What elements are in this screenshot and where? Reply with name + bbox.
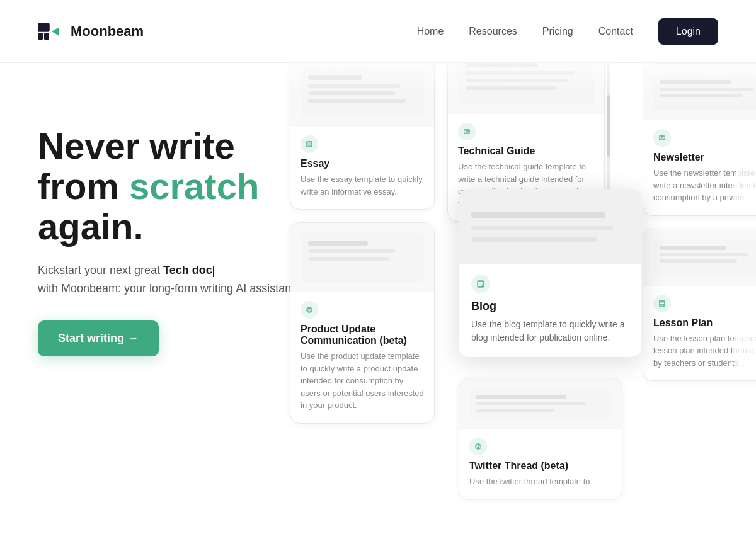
product-icon	[301, 301, 318, 319]
twitter-card-body: Twitter Thread (beta) Use the twitter th…	[459, 429, 622, 499]
blog-card-desc: Use the blog template to quickly write a…	[471, 318, 629, 344]
logo-text: Moonbeam	[71, 23, 144, 40]
svg-rect-1	[38, 33, 43, 40]
twitter-thread-area: Twitter Thread (beta) Use the twitter th…	[459, 378, 622, 513]
essay-card-title: Essay	[301, 158, 424, 169]
hero-section: Never write from scratch again. Kickstar…	[0, 63, 756, 544]
product-card-body: Product Update Communication (beta) Use …	[290, 292, 434, 423]
svg-rect-2	[44, 33, 49, 40]
svg-rect-8	[464, 129, 470, 134]
navbar: Moonbeam Home Resources Pricing Contact …	[0, 0, 756, 63]
newsletter-icon	[653, 129, 671, 147]
newsletter-preview	[643, 64, 756, 120]
nav-pricing[interactable]: Pricing	[542, 26, 573, 37]
product-card-title: Product Update Communication (beta)	[301, 324, 424, 346]
tech-icon	[458, 123, 476, 140]
product-update-card[interactable]: Product Update Communication (beta) Use …	[290, 222, 435, 424]
blog-icon	[471, 275, 490, 293]
nav-home[interactable]: Home	[417, 26, 444, 37]
lesson-card-body: Lesson Plan Use the lesson plan template…	[643, 286, 756, 381]
product-card-preview	[290, 223, 434, 292]
cards-area: Essay Use the essay template to quickly …	[265, 44, 756, 544]
right-cards-col: Newsletter Use the newsletter template t…	[643, 63, 756, 394]
start-writing-button[interactable]: Start writing →	[38, 320, 159, 356]
newsletter-card-title: Newsletter	[653, 152, 756, 163]
lesson-plan-card[interactable]: Lesson Plan Use the lesson plan template…	[643, 229, 756, 382]
lesson-icon	[653, 295, 671, 312]
newsletter-card[interactable]: Newsletter Use the newsletter template t…	[643, 63, 756, 216]
blog-card-body: Blog Use the blog template to quickly wr…	[459, 264, 641, 357]
lesson-preview	[643, 229, 756, 286]
product-card-desc: Use the product update template to quick…	[301, 350, 424, 412]
svg-point-7	[306, 307, 312, 313]
hero-left: Never write from scratch again. Kickstar…	[38, 126, 302, 356]
twitter-card-preview	[459, 378, 622, 429]
hero-title: Never write from scratch again.	[38, 126, 302, 246]
blog-card[interactable]: Blog Use the blog template to quickly wr…	[459, 189, 641, 357]
blog-card-preview	[459, 189, 641, 264]
twitter-thread-card[interactable]: Twitter Thread (beta) Use the twitter th…	[459, 378, 622, 500]
login-button[interactable]: Login	[658, 18, 718, 45]
essay-card[interactable]: Essay Use the essay template to quickly …	[290, 57, 435, 210]
svg-rect-0	[38, 23, 49, 31]
twitter-card-title: Twitter Thread (beta)	[469, 460, 612, 472]
svg-rect-13	[659, 135, 665, 140]
nav-contact[interactable]: Contact	[598, 26, 633, 37]
logo-icon	[38, 22, 64, 41]
nav-resources[interactable]: Resources	[469, 26, 517, 37]
essay-card-preview	[290, 57, 434, 127]
svg-point-12	[477, 445, 478, 446]
logo[interactable]: Moonbeam	[38, 22, 144, 41]
essay-card-desc: Use the essay template to quickly write …	[301, 173, 424, 198]
essay-icon	[301, 135, 318, 153]
nav-links: Home Resources Pricing Contact Login	[417, 18, 718, 45]
newsletter-card-desc: Use the newsletter template towrite a ne…	[653, 167, 756, 204]
newsletter-card-body: Newsletter Use the newsletter template t…	[643, 120, 756, 215]
lesson-card-desc: Use the lesson plan template tolesson pl…	[653, 332, 756, 370]
twitter-card-desc: Use the twitter thread template to	[469, 475, 612, 488]
essay-card-body: Essay Use the essay template to quickly …	[290, 127, 434, 209]
lesson-card-title: Lesson Plan	[653, 317, 756, 329]
twitter-icon	[469, 438, 487, 455]
hero-subtitle: Kickstart your next great Tech doc with …	[38, 261, 302, 298]
blog-card-title: Blog	[471, 300, 629, 313]
scroll-thumb	[607, 95, 610, 157]
tech-card-title: Technical Guide	[458, 145, 594, 157]
